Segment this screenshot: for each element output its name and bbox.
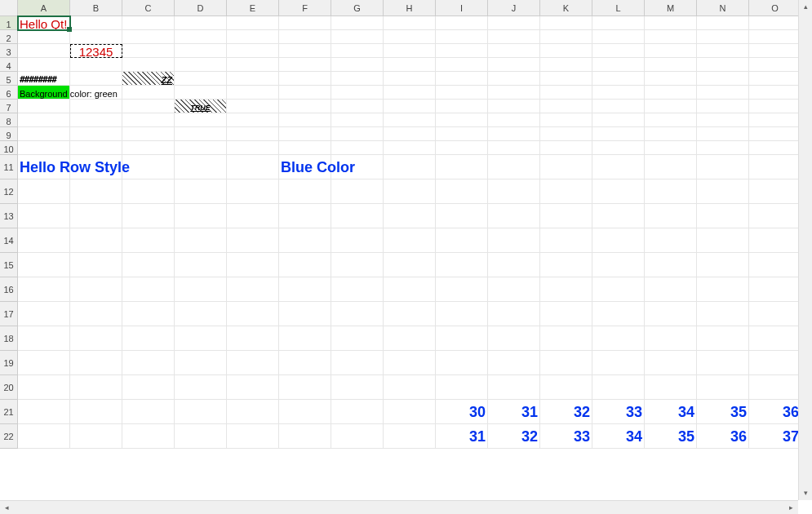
cell-J20[interactable] (488, 375, 540, 400)
cell-N18[interactable] (697, 326, 749, 351)
cell-K21[interactable]: 32 (540, 400, 592, 424)
column-header-D[interactable]: D (175, 0, 227, 16)
cell-C13[interactable] (122, 204, 175, 228)
cell-J4[interactable] (488, 58, 540, 72)
cell-F7[interactable] (279, 100, 331, 113)
cell-I9[interactable] (436, 127, 488, 141)
cell-H5[interactable] (384, 72, 436, 86)
cell-M2[interactable] (645, 30, 697, 44)
cell-G14[interactable] (331, 228, 384, 253)
cell-M4[interactable] (645, 58, 697, 72)
cell-I1[interactable] (436, 16, 488, 30)
cell-M19[interactable] (645, 351, 697, 375)
cell-N20[interactable] (697, 375, 749, 400)
cell-B18[interactable] (70, 326, 122, 351)
cell-M21[interactable]: 34 (645, 400, 697, 424)
cell-G15[interactable] (331, 253, 384, 277)
cell-K22[interactable]: 33 (540, 424, 592, 449)
cell-A18[interactable] (18, 326, 70, 351)
cell-I12[interactable] (436, 179, 488, 204)
cell-A10[interactable] (18, 141, 70, 155)
cell-I22[interactable]: 31 (436, 424, 488, 449)
cell-K1[interactable] (540, 16, 592, 30)
cell-H18[interactable] (384, 326, 436, 351)
cell-F5[interactable] (279, 72, 331, 86)
column-header-A[interactable]: A (18, 0, 70, 16)
row-header-3[interactable]: 3 (0, 44, 18, 58)
cell-C19[interactable] (122, 351, 175, 375)
cell-A11[interactable]: Hello Row Style (18, 155, 70, 179)
cell-D1[interactable] (175, 16, 227, 30)
cell-E8[interactable] (227, 113, 279, 127)
cell-K12[interactable] (540, 179, 592, 204)
cell-L9[interactable] (592, 127, 645, 141)
cell-A6[interactable]: Background color: green (18, 86, 70, 100)
cell-E22[interactable] (227, 424, 279, 449)
row-header-20[interactable]: 20 (0, 375, 18, 400)
cell-B12[interactable] (70, 179, 122, 204)
cell-M13[interactable] (645, 204, 697, 228)
cell-K19[interactable] (540, 351, 592, 375)
cell-F6[interactable] (279, 86, 331, 100)
cell-B16[interactable] (70, 277, 122, 302)
cell-K17[interactable] (540, 302, 592, 326)
column-header-O[interactable]: O (749, 0, 801, 16)
cell-L20[interactable] (592, 375, 645, 400)
cell-D14[interactable] (175, 228, 227, 253)
cell-K7[interactable] (540, 100, 592, 113)
cell-I15[interactable] (436, 253, 488, 277)
cell-N14[interactable] (697, 228, 749, 253)
cell-I14[interactable] (436, 228, 488, 253)
scroll-left-icon[interactable]: ◂ (0, 501, 14, 514)
cell-N22[interactable]: 36 (697, 424, 749, 449)
cell-H7[interactable] (384, 100, 436, 113)
cell-E3[interactable] (227, 44, 279, 58)
row-header-9[interactable]: 9 (0, 127, 18, 141)
cell-C10[interactable] (122, 141, 175, 155)
cell-C16[interactable] (122, 277, 175, 302)
cell-F2[interactable] (279, 30, 331, 44)
column-header-H[interactable]: H (384, 0, 436, 16)
cell-F15[interactable] (279, 253, 331, 277)
cell-F8[interactable] (279, 113, 331, 127)
row-header-12[interactable]: 12 (0, 179, 18, 204)
cell-H19[interactable] (384, 351, 436, 375)
cell-L1[interactable] (592, 16, 645, 30)
cell-O3[interactable] (749, 44, 801, 58)
cell-H6[interactable] (384, 86, 436, 100)
cell-L12[interactable] (592, 179, 645, 204)
cell-D11[interactable] (175, 155, 227, 179)
cell-D9[interactable] (175, 127, 227, 141)
horizontal-scrollbar[interactable]: ◂ ▸ (0, 500, 798, 514)
cell-O6[interactable] (749, 86, 801, 100)
cell-E13[interactable] (227, 204, 279, 228)
cell-M3[interactable] (645, 44, 697, 58)
cell-J21[interactable]: 31 (488, 400, 540, 424)
cell-M20[interactable] (645, 375, 697, 400)
cell-B3[interactable]: 12345 (70, 44, 122, 58)
spreadsheet-grid[interactable]: ABCDEFGHIJKLMNO1Hello Qt!231234545######… (0, 0, 812, 449)
row-header-2[interactable]: 2 (0, 30, 18, 44)
cell-G12[interactable] (331, 179, 384, 204)
cell-N11[interactable] (697, 155, 749, 179)
cell-F20[interactable] (279, 375, 331, 400)
row-header-7[interactable]: 7 (0, 100, 18, 113)
cell-B11[interactable] (70, 155, 122, 179)
cell-O16[interactable] (749, 277, 801, 302)
cell-I17[interactable] (436, 302, 488, 326)
cell-C21[interactable] (122, 400, 175, 424)
cell-F4[interactable] (279, 58, 331, 72)
cell-J15[interactable] (488, 253, 540, 277)
scroll-down-icon[interactable]: ▾ (799, 486, 812, 500)
cell-G21[interactable] (331, 400, 384, 424)
cell-H2[interactable] (384, 30, 436, 44)
cell-E19[interactable] (227, 351, 279, 375)
row-header-22[interactable]: 22 (0, 424, 18, 449)
cell-O9[interactable] (749, 127, 801, 141)
cell-B1[interactable] (70, 16, 122, 30)
cell-F21[interactable] (279, 400, 331, 424)
cell-N3[interactable] (697, 44, 749, 58)
cell-G17[interactable] (331, 302, 384, 326)
cell-B20[interactable] (70, 375, 122, 400)
cell-O5[interactable] (749, 72, 801, 86)
